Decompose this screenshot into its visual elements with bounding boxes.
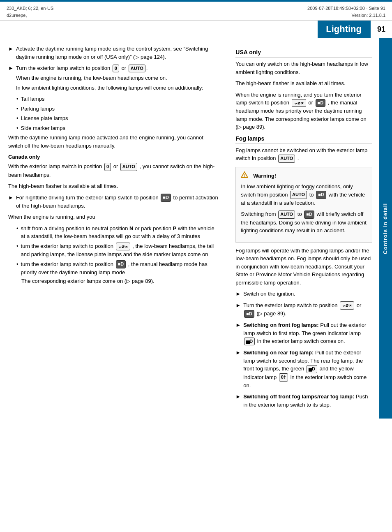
- left-column: ► Activate the daytime running lamp mode…: [0, 38, 227, 419]
- fog-arrow-content-4: Switching on rear fog lamp: Pull out the…: [243, 349, 372, 389]
- sub-bullet-2-text: Parking lamps: [21, 105, 55, 113]
- right-column: USA only You can only switch on the high…: [227, 38, 392, 419]
- canada-sub3: turn the exterior lamp switch to positio…: [16, 260, 219, 277]
- badge-pos-canada2: ⌄⌀⌅: [116, 243, 130, 250]
- arrow-item-1: ► Activate the daytime running lamp mode…: [8, 45, 219, 61]
- badge-d-canada: ■D: [161, 194, 171, 201]
- sub-bullet-2: Parking lamps: [16, 105, 219, 113]
- sub-bullet-1: Tail lamps: [16, 95, 219, 103]
- header-left-line1: 230_AKB; 6; 22, en-US: [7, 5, 53, 12]
- canada-para1-prefix: With the exterior lamp switch in positio…: [8, 163, 102, 169]
- canada-or: or: [113, 163, 120, 169]
- usa-para3: When the engine is running, and you turn…: [235, 91, 372, 131]
- bullet2-or: or: [122, 65, 128, 71]
- arrow-content-1: Activate the daytime running lamp mode u…: [16, 45, 219, 61]
- badge-ot-fog4: 0‡: [279, 373, 288, 381]
- sub-bullet-4: Side marker lamps: [16, 124, 219, 132]
- fog-arrow-icon-3: ►: [235, 321, 241, 329]
- title-bar: Lighting 91: [0, 21, 392, 38]
- badge-auto-fog: AUTO: [278, 155, 295, 162]
- canada-sub3-cont: The corresponding exterior lamps come on…: [21, 278, 219, 284]
- fog-arrow-3: ► Switching on front fog lamps: Pull out…: [235, 321, 372, 345]
- canada-para2: The high-beam flasher is available at al…: [8, 182, 219, 190]
- badge-d-canada3: ■D: [116, 260, 126, 268]
- sub-bullet-3: License plate lamps: [16, 114, 219, 123]
- bullet2-prefix: Turn the exterior lamp switch to positio…: [16, 65, 110, 71]
- fog4-bold: Switching on rear fog lamp:: [243, 349, 314, 356]
- fog-para1: Fog lamps cannot be switched on with the…: [235, 146, 372, 163]
- badge-auto-warn1: AUTO: [290, 191, 307, 199]
- canada-sub1-text: shift from a driving position to neutral…: [21, 224, 219, 241]
- sub-bullet-4-text: Side marker lamps: [21, 124, 65, 132]
- badge-d-fog2: ■D: [244, 310, 254, 318]
- main-content: ► Activate the daytime running lamp mode…: [0, 38, 392, 419]
- badge-star-fog3: ▅D: [244, 338, 255, 345]
- fog2-or: or: [357, 302, 362, 308]
- badge-pos-usa: ⌄⌀⌅: [292, 99, 306, 107]
- badge-auto-warn2: AUTO: [278, 210, 295, 218]
- header-left-line2: d2ureepe,: [7, 12, 53, 19]
- arrow-item-2: ► Turn the exterior lamp switch to posit…: [8, 64, 219, 92]
- header-right-line1: 2009-07-28T18:49:58+02:00 - Seite 91: [307, 5, 385, 12]
- badge-auto: AUTO: [129, 65, 145, 72]
- bullet1-text: Activate the daytime running lamp mode u…: [16, 46, 208, 60]
- header-right-line2: Version: 2.11.8.1: [307, 12, 385, 19]
- usa-or: or: [308, 99, 314, 106]
- canada-para1: With the exterior lamp switch in positio…: [8, 162, 219, 179]
- badge-pos-fog2: ⌄⌀⌅: [340, 301, 354, 309]
- canada-arrow-icon: ►: [8, 194, 14, 202]
- badge-auto-canada: AUTO: [120, 163, 137, 171]
- badge-star-fog4: ▅D: [307, 365, 317, 373]
- fog-arrow-4: ► Switching on rear fog lamp: Pull out t…: [235, 349, 372, 389]
- arrow-content-2: Turn the exterior lamp switch to positio…: [16, 64, 219, 92]
- fog-arrow-content-1: Switch on the ignition.: [243, 290, 372, 298]
- fog-arrow-content-3: Switching on front fog lamps: Pull out t…: [243, 321, 372, 345]
- header-left: 230_AKB; 6; 22, en-US d2ureepe,: [7, 5, 53, 19]
- warning-triangle-icon: !: [241, 171, 248, 180]
- canada-sub1: shift from a driving position to neutral…: [16, 224, 219, 241]
- usa-heading: USA only: [235, 49, 372, 58]
- canada-sub3-text: turn the exterior lamp switch to positio…: [21, 260, 219, 277]
- warn2-to: to: [297, 211, 303, 217]
- badge-d-warn1: ■D: [316, 191, 326, 199]
- sidebar-container: Controls in detail: [379, 38, 392, 419]
- page-header: 230_AKB; 6; 22, en-US d2ureepe, 2009-07-…: [0, 2, 392, 21]
- badge-d-warn2: ■D: [304, 210, 314, 218]
- arrow-icon-2: ►: [8, 64, 14, 72]
- fog-arrow-icon-4: ►: [235, 349, 241, 357]
- warning-para1: In low ambient lighting or foggy conditi…: [241, 183, 367, 207]
- usa-para2: The high-beam flasher is available at al…: [235, 79, 372, 88]
- fog-para2: Fog lamps will operate with the parking …: [235, 247, 372, 287]
- bullet2-cont2: In low ambient lighting conditions, the …: [16, 84, 219, 92]
- fog-arrow-content-5: Switching off front fog lamps/rear fog l…: [243, 393, 372, 409]
- fog-arrow-icon-5: ►: [235, 393, 241, 401]
- warning-title: ! Warning!: [241, 171, 367, 180]
- bullet2-cont1: When the engine is running, the low-beam…: [16, 74, 219, 82]
- svg-text:!: !: [244, 173, 245, 178]
- sub-bullet-1-text: Tail lamps: [21, 95, 45, 103]
- canada-sub2-text: turn the exterior lamp switch to positio…: [21, 242, 219, 259]
- fog-heading: Fog lamps: [235, 135, 372, 144]
- canada-sub2: turn the exterior lamp switch to positio…: [16, 242, 219, 259]
- badge-0: 0: [113, 65, 119, 72]
- header-right: 2009-07-28T18:49:58+02:00 - Seite 91 Ver…: [307, 5, 385, 19]
- page-number: 91: [370, 21, 392, 38]
- fog-arrow-5: ► Switching off front fog lamps/rear fog…: [235, 393, 372, 409]
- warn1-to: to: [309, 192, 315, 198]
- canada-bullet1-prefix: For nighttime driving turn the exterior …: [16, 194, 159, 201]
- warning-para2: Switching from AUTO to ■D will briefly s…: [241, 210, 367, 234]
- badge-d-usa: ■D: [316, 99, 326, 107]
- warning-title-text: Warning!: [253, 172, 276, 180]
- canada-heading: Canada only: [8, 154, 219, 160]
- warning-box: ! Warning! In low ambient lighting or fo…: [235, 167, 372, 243]
- fog-arrow-icon-2: ►: [235, 301, 241, 310]
- sidebar-label: Controls in detail: [382, 203, 388, 254]
- page-title: Lighting: [318, 21, 370, 38]
- para1: With the daytime running lamp mode activ…: [8, 134, 219, 150]
- badge-0-canada: 0: [104, 163, 111, 171]
- fog-arrow-1: ► Switch on the ignition.: [235, 290, 372, 298]
- fog-arrow-icon-1: ►: [235, 290, 241, 298]
- fog3-bold: Switching on front fog lamps:: [243, 322, 318, 328]
- canada-arrow-item: ► For nighttime driving turn the exterio…: [8, 194, 219, 210]
- sub-bullet-3-text: License plate lamps: [21, 114, 68, 123]
